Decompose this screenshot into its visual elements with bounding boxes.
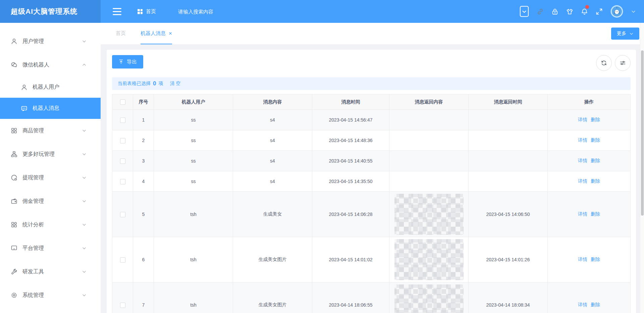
cell-actions: 详情删除 — [548, 151, 631, 171]
sidebar-item[interactable]: 统计分析 — [0, 213, 101, 236]
delete-link[interactable]: 删除 — [591, 158, 600, 163]
detail-link[interactable]: 详情 — [578, 137, 587, 143]
table-header-row: 序号机器人用户消息内容消息时间消息返回内容消息返回时间操作 — [112, 94, 631, 110]
detail-link[interactable]: 详情 — [578, 158, 587, 163]
detail-link[interactable]: 详情 — [578, 117, 587, 122]
row-checkbox[interactable] — [120, 138, 125, 143]
row-checkbox[interactable] — [120, 118, 125, 123]
sidebar-item[interactable]: 系统管理 — [0, 283, 101, 307]
sidebar-item[interactable]: 研发工具 — [0, 260, 101, 283]
messages-table: 序号机器人用户消息内容消息时间消息返回内容消息返回时间操作 1sss42023-… — [112, 94, 631, 313]
table-row: 6tsh生成美女图片2023-04-15 14:01:022023-04-15 … — [112, 237, 631, 282]
select-all-checkbox[interactable] — [120, 99, 125, 105]
chat-message-icon — [21, 105, 28, 112]
cell-return-time — [469, 110, 548, 130]
notification-bell-button[interactable] — [581, 8, 588, 15]
app-title: 超级AI大脑管理系统 — [0, 0, 101, 23]
sidebar-subitem[interactable]: 机器人用户 — [0, 77, 101, 98]
cell-message-content: s4 — [233, 171, 312, 192]
tab-首页[interactable]: 首页 — [116, 23, 126, 44]
panel-select-icon[interactable] — [520, 5, 529, 17]
clear-selection-link[interactable]: 清空 — [170, 81, 182, 87]
cell-return-content — [389, 130, 469, 151]
cell-message-time: 2023-04-15 14:01:02 — [312, 237, 389, 282]
breadcrumb-home[interactable]: 首页 — [138, 8, 156, 15]
cell-message-time: 2023-04-15 14:35:50 — [312, 171, 389, 192]
user-menu-chevron-icon[interactable] — [631, 9, 636, 14]
cell-message-content: s4 — [233, 151, 312, 171]
chevron-down-icon — [82, 199, 87, 204]
cell-robot-user: ss — [154, 130, 233, 151]
sidebar-item-label: 系统管理 — [22, 292, 82, 299]
cell-checkbox — [112, 110, 133, 130]
row-checkbox[interactable] — [120, 257, 125, 263]
sidebar-item[interactable]: 更多好玩管理 — [0, 142, 101, 166]
page-scrollbar[interactable] — [640, 23, 644, 313]
detail-link[interactable]: 详情 — [578, 302, 587, 307]
sidebar-item[interactable]: 佣金管理 — [0, 189, 101, 213]
column-header: 操作 — [548, 94, 631, 110]
tab-bar: 首页机器人消息× 更多 — [101, 23, 644, 45]
column-header: 消息内容 — [233, 94, 312, 110]
delete-link[interactable]: 删除 — [591, 178, 600, 184]
row-checkbox[interactable] — [120, 159, 125, 164]
link-icon[interactable] — [537, 8, 544, 15]
column-settings-button[interactable] — [615, 55, 631, 71]
more-button[interactable]: 更多 — [611, 28, 639, 40]
chevron-down-icon — [82, 39, 87, 44]
scrollbar-thumb[interactable] — [641, 50, 644, 216]
tab-label: 首页 — [116, 30, 126, 37]
delete-link[interactable]: 删除 — [591, 137, 600, 143]
sidebar-menu: 用户管理微信机器人机器人用户机器人消息商品管理更多好玩管理提现管理佣金管理统计分… — [0, 23, 101, 313]
cell-robot-user: tsh — [154, 282, 233, 313]
sidebar-item[interactable]: 提现管理 — [0, 166, 101, 189]
column-header: 消息返回时间 — [469, 94, 548, 110]
sidebar-item-label: 微信机器人 — [22, 61, 82, 69]
sidebar-item[interactable]: 微信机器人 — [0, 53, 101, 77]
theme-shirt-icon[interactable] — [566, 8, 573, 15]
sidebar-item[interactable]: 用户管理 — [0, 30, 101, 53]
cell-actions: 详情删除 — [548, 237, 631, 282]
platform-icon — [11, 245, 17, 252]
cell-index: 1 — [133, 110, 154, 130]
row-checkbox[interactable] — [120, 179, 125, 184]
withdraw-icon — [11, 174, 17, 181]
column-header: 消息时间 — [312, 94, 389, 110]
hamburger-menu-icon[interactable] — [113, 8, 121, 15]
delete-link[interactable]: 删除 — [591, 117, 600, 122]
blurred-return-image — [394, 194, 464, 235]
cell-robot-user: tsh — [154, 192, 233, 237]
blurred-return-image — [394, 239, 464, 280]
detail-link[interactable]: 详情 — [578, 211, 587, 217]
tab-机器人消息[interactable]: 机器人消息× — [141, 23, 172, 44]
sidebar-subitem-label: 机器人消息 — [33, 105, 87, 112]
sidebar-item[interactable]: 商品管理 — [0, 119, 101, 142]
sidebar-item[interactable]: 平台管理 — [0, 236, 101, 260]
user-avatar[interactable] — [610, 5, 623, 18]
detail-link[interactable]: 详情 — [578, 178, 587, 184]
export-button[interactable]: 导出 — [112, 55, 143, 69]
sidebar-subitem-label: 机器人用户 — [33, 84, 87, 91]
refresh-button[interactable] — [596, 55, 612, 71]
header-actions — [520, 5, 644, 18]
tab-close-icon[interactable]: × — [169, 31, 172, 36]
delete-link[interactable]: 删除 — [591, 211, 600, 217]
sidebar-item-label: 平台管理 — [22, 245, 82, 252]
user-icon — [21, 84, 28, 91]
global-search-input[interactable] — [178, 9, 259, 14]
more-button-label: 更多 — [617, 31, 626, 37]
row-checkbox[interactable] — [120, 212, 125, 217]
delete-link[interactable]: 删除 — [591, 257, 600, 262]
wechat-icon — [11, 61, 17, 68]
cell-actions: 详情删除 — [548, 130, 631, 151]
cell-return-time: 2023-04-14 18:08:34 — [469, 282, 548, 313]
detail-link[interactable]: 详情 — [578, 257, 587, 262]
fullscreen-icon[interactable] — [596, 8, 603, 15]
cell-return-content — [389, 110, 469, 130]
tab-label: 机器人消息 — [141, 30, 166, 37]
row-checkbox[interactable] — [120, 303, 125, 308]
sidebar-subitem[interactable]: 机器人消息 — [0, 98, 101, 119]
lock-icon[interactable] — [551, 8, 558, 15]
selection-suffix: 项 — [158, 81, 163, 87]
delete-link[interactable]: 删除 — [591, 302, 600, 307]
